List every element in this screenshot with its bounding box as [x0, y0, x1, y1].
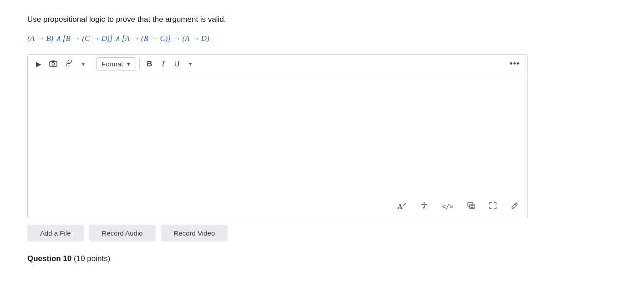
edit-icon — [511, 201, 519, 211]
question-points: (10 points) — [74, 254, 110, 263]
link-icon — [65, 60, 73, 68]
add-file-button[interactable]: Add a File — [27, 225, 84, 242]
camera-icon — [49, 60, 57, 68]
edit-button[interactable] — [507, 200, 522, 213]
font-color-button[interactable]: A↗ — [394, 200, 409, 213]
font-color-icon: A↗ — [397, 202, 406, 211]
question-footer: Question 10 (10 points) — [27, 254, 617, 263]
svg-point-3 — [423, 202, 425, 203]
toolbar: ▶ ▼ — [28, 55, 527, 74]
camera-icon-button[interactable] — [46, 57, 61, 71]
search-replace-button[interactable] — [464, 200, 478, 213]
more-icon: ••• — [510, 59, 520, 69]
formula: (A → B) ∧ [B → (C → D)] ∧ [A → (B → C)] … — [27, 34, 617, 43]
format-dropdown[interactable]: Format ▼ — [96, 57, 136, 71]
bold-icon: B — [147, 60, 152, 69]
format-chevron-icon: ▼ — [126, 61, 132, 67]
svg-line-8 — [515, 204, 517, 205]
accessibility-icon — [420, 201, 428, 211]
fullscreen-icon — [489, 201, 497, 211]
media-chevron-button[interactable]: ▼ — [77, 57, 90, 71]
svg-rect-2 — [52, 60, 55, 62]
italic-button[interactable]: I — [157, 57, 169, 71]
editor-container: ▶ ▼ — [27, 54, 528, 218]
svg-rect-0 — [50, 61, 57, 66]
accessibility-button[interactable] — [417, 200, 431, 213]
text-chevron-down-icon: ▼ — [188, 61, 193, 67]
link-icon-button[interactable] — [61, 57, 76, 71]
play-icon: ▶ — [36, 60, 41, 68]
action-buttons: Add a File Record Audio Record Video — [27, 225, 617, 242]
bold-button[interactable]: B — [143, 57, 156, 71]
toolbar-divider-1 — [93, 59, 93, 70]
question-text: Use propositional logic to prove that th… — [27, 14, 617, 25]
svg-point-1 — [52, 62, 55, 65]
play-icon-button[interactable]: ▶ — [32, 57, 45, 71]
search-replace-icon — [467, 201, 475, 211]
underline-icon: U — [174, 60, 180, 68]
chevron-down-icon: ▼ — [81, 61, 86, 67]
italic-icon: I — [162, 60, 165, 69]
fullscreen-button[interactable] — [486, 200, 500, 213]
format-label: Format — [101, 60, 123, 68]
editor-body[interactable] — [28, 74, 527, 197]
question-label: Question 10 — [27, 254, 71, 263]
code-icon: </> — [442, 203, 453, 210]
editor-footer: A↗ </> — [28, 197, 527, 218]
record-video-button[interactable]: Record Video — [161, 225, 228, 242]
underline-button[interactable]: U — [170, 57, 183, 71]
toolbar-divider-2 — [139, 59, 140, 70]
code-button[interactable]: </> — [439, 200, 456, 213]
record-audio-button[interactable]: Record Audio — [89, 225, 156, 242]
text-format-chevron-button[interactable]: ▼ — [184, 57, 197, 71]
more-options-button[interactable]: ••• — [507, 57, 523, 71]
